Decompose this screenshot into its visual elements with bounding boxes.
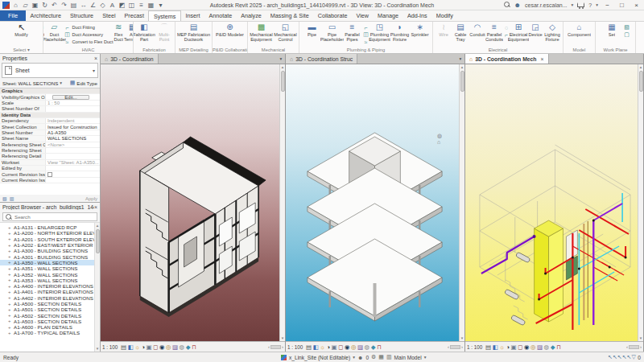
sheet-tree-item[interactable]: +A1-A501 - SECTION DETAILS bbox=[0, 306, 100, 312]
ribbon-tab[interactable]: Annotate bbox=[204, 10, 237, 21]
detail-level-icon[interactable]: ▤ bbox=[306, 343, 312, 351]
displacement-icon[interactable]: ◆ bbox=[551, 343, 555, 351]
view-scale[interactable]: 1 : 100 bbox=[102, 344, 119, 350]
Sheet Collection[interactable]: Sheet CollectionIssued for Construction bbox=[0, 124, 100, 130]
crop-view-icon[interactable]: ▣ bbox=[332, 343, 337, 351]
sheet-tree-item[interactable]: +A1-A131 - ENLARGED RCP bbox=[0, 224, 100, 230]
Workset[interactable]: WorksetView "Sheet: A1-A350... bbox=[0, 160, 100, 166]
canvas-coordination-mech[interactable]: ▲▼ bbox=[465, 64, 643, 341]
sun-path-icon[interactable]: ☼ bbox=[320, 343, 325, 351]
mechanical-control-device-button[interactable]: ◱Mechanical Control Device bbox=[274, 23, 297, 42]
panel-label-select[interactable]: Select ▾ bbox=[0, 47, 43, 53]
reveal-hidden-elements-icon[interactable]: ◎ bbox=[530, 343, 536, 351]
temporary-view-properties-icon[interactable]: ▨ bbox=[172, 343, 178, 351]
duct-placeholder-button[interactable]: ▱Duct Placeholder bbox=[45, 23, 63, 42]
Current Revision Issu...[interactable]: Current Revision Issu... bbox=[0, 178, 100, 183]
ribbon-tab[interactable]: View bbox=[352, 10, 373, 21]
design-option-chevron-icon[interactable]: ▾ bbox=[424, 355, 427, 360]
duct-fitting-button[interactable]: ⌐Duct Fitting bbox=[64, 24, 113, 31]
edit-type-button[interactable]: ▦Edit Type bbox=[70, 80, 97, 86]
user-menu-chevron-icon[interactable]: ▾ bbox=[572, 2, 574, 7]
ribbon-tab[interactable]: Architecture bbox=[26, 10, 65, 21]
minimize-button[interactable]: − bbox=[602, 2, 613, 9]
surface-conduit-icon[interactable]: ◌ bbox=[503, 24, 510, 31]
sheet-tree-item[interactable]: +A1-A353 - WALL SECTIONS bbox=[0, 278, 100, 283]
detail-level-icon[interactable]: ▤ bbox=[121, 343, 126, 351]
expand-icon[interactable]: + bbox=[8, 231, 12, 236]
ribbon-tab[interactable]: Massing & Site bbox=[266, 10, 313, 21]
scroll-thumb[interactable] bbox=[96, 229, 100, 253]
crop-view-icon[interactable]: ▣ bbox=[511, 343, 517, 351]
thin-lines-icon[interactable]: ≡ bbox=[137, 1, 146, 10]
h-scrollbar[interactable]: ‹› bbox=[448, 344, 463, 349]
sheet-tree-item[interactable]: +A1-A700 - TYPICAL DETAILS bbox=[0, 330, 100, 335]
section-icon[interactable]: ◫ bbox=[127, 1, 136, 10]
sheet-tree-item[interactable]: +A1-A300 - BUILDING SECTIONS bbox=[0, 248, 100, 253]
save-icon[interactable]: ▣ bbox=[31, 1, 39, 10]
active-workset[interactable]: x_Link_Site (Not Editable) bbox=[289, 355, 350, 360]
temporary-hide-isolate-icon[interactable]: ◉ bbox=[345, 343, 350, 351]
workset-chevron-icon[interactable]: ▾ bbox=[353, 355, 355, 360]
sheet-tree-item[interactable]: +A1-A350 - WALL SECTIONS bbox=[0, 260, 100, 265]
h-scrollbar[interactable]: ‹› bbox=[626, 344, 642, 349]
sheet-tree-item[interactable]: +A1-A503 - SECTION DETAILS bbox=[0, 319, 100, 324]
plumbing-fixture-button[interactable]: ◗Plumbing Fixture bbox=[390, 23, 410, 42]
expand-icon[interactable]: + bbox=[8, 313, 12, 318]
worksharing-display-icon[interactable]: ◍ bbox=[365, 343, 370, 351]
lighting-fixture-button[interactable]: ◇Lighting Fixture bbox=[544, 23, 560, 42]
visual-style-icon[interactable]: ◧ bbox=[128, 343, 134, 351]
help-chevron-icon[interactable]: ▾ bbox=[596, 2, 598, 7]
sun-path-icon[interactable]: ☼ bbox=[134, 343, 140, 351]
ribbon-tab[interactable]: Modify bbox=[431, 10, 457, 21]
temporary-view-properties-icon[interactable]: ▨ bbox=[357, 343, 363, 351]
viewport1-scrollbar[interactable]: ▲▼ bbox=[279, 64, 285, 341]
Referencing Detail[interactable]: Referencing Detail bbox=[0, 154, 100, 159]
print-icon[interactable]: ▤ bbox=[69, 1, 78, 10]
shadows-icon[interactable]: ◑ bbox=[506, 343, 510, 351]
properties-expand-icon[interactable]: ▥ bbox=[10, 195, 14, 201]
ribbon-tab[interactable]: Steel bbox=[98, 10, 120, 21]
tab-close-icon[interactable]: × bbox=[541, 56, 544, 62]
ribbon-tab[interactable]: Precast bbox=[120, 10, 148, 21]
sync-with-central-icon[interactable]: ↻ bbox=[40, 1, 49, 10]
design-options-icon[interactable]: ▦ bbox=[378, 354, 384, 360]
h-scrollbar[interactable]: ‹› bbox=[268, 344, 283, 349]
sheet-tree-item[interactable]: +A1-A600 - PLAN DETAILS bbox=[0, 324, 100, 330]
sheet-tree-item[interactable]: +A1-A351 - WALL SECTIONS bbox=[0, 265, 100, 271]
properties-close-icon[interactable]: × bbox=[94, 56, 97, 61]
default-3d-view-icon[interactable]: ◩ bbox=[118, 1, 126, 10]
shadows-icon[interactable]: ◑ bbox=[327, 343, 331, 351]
Graphics[interactable]: Graphics bbox=[0, 88, 100, 94]
Identity Data[interactable]: Identity Data bbox=[0, 113, 100, 118]
device-button[interactable]: ◲Device bbox=[527, 23, 543, 37]
reveal-constraints-icon[interactable]: ⊓ bbox=[192, 343, 196, 351]
undo-icon[interactable]: ↶ bbox=[50, 1, 59, 10]
Scale[interactable]: Scale1 : 50 bbox=[0, 101, 100, 106]
sheet-tree-item[interactable]: +A1-A400 - INTERIOR ELEVATIONS bbox=[0, 283, 100, 289]
tab-overflow-icon[interactable]: ▾ bbox=[277, 54, 285, 64]
sun-path-icon[interactable]: ☼ bbox=[499, 343, 505, 351]
set-work-plane-button[interactable]: ▦Set bbox=[601, 23, 623, 37]
reveal-hidden-elements-icon[interactable]: ◎ bbox=[166, 343, 171, 351]
expand-icon[interactable]: + bbox=[8, 272, 12, 277]
mechanical-equipment-button[interactable]: ▩Mechanical Equipment bbox=[250, 23, 273, 42]
signed-in-user[interactable]: cesar.r.escalan... bbox=[525, 2, 568, 8]
expand-icon[interactable]: + bbox=[8, 290, 12, 294]
visual-style-icon[interactable]: ◧ bbox=[313, 343, 319, 351]
selected-type-chevron-icon[interactable]: ▾ bbox=[60, 80, 62, 85]
worksharing-display-icon[interactable]: ◍ bbox=[544, 343, 550, 351]
displacement-icon[interactable]: ◆ bbox=[371, 343, 376, 351]
show-crop-region-icon[interactable]: ◻ bbox=[153, 343, 158, 351]
view-scale[interactable]: 1 : 100 bbox=[287, 344, 304, 350]
Visibility/Graphics O...[interactable]: Visibility/Graphics O...Edit... bbox=[0, 94, 100, 100]
filter-icon[interactable]: ▽ bbox=[631, 354, 635, 360]
show-workplane-icon[interactable]: ▧ bbox=[624, 24, 630, 31]
sprinkler-button[interactable]: ∗Sprinkler bbox=[411, 23, 430, 37]
scroll-down-icon[interactable]: ▼ bbox=[96, 346, 99, 352]
text-icon[interactable]: A bbox=[108, 1, 117, 10]
component-button[interactable]: ⌂Component bbox=[568, 23, 590, 37]
expand-icon[interactable]: + bbox=[8, 331, 12, 335]
home-icon[interactable]: ⌂ bbox=[11, 1, 20, 10]
Sheet Name[interactable]: Sheet NameWALL SECTIONS bbox=[0, 136, 100, 142]
reveal-constraints-icon[interactable]: ⊓ bbox=[556, 343, 561, 351]
